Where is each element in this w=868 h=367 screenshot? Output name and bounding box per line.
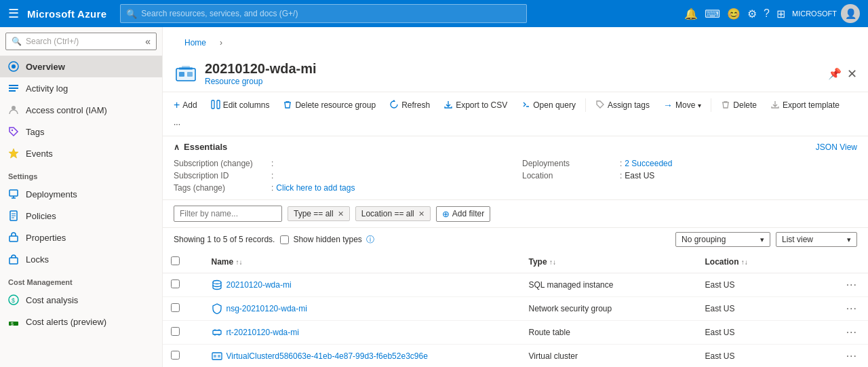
type-filter-clear[interactable]: ✕	[338, 210, 344, 218]
tags-link[interactable]: Click here to add tags	[276, 183, 355, 193]
close-icon[interactable]: ✕	[847, 66, 857, 81]
view-select[interactable]: List view ▾	[776, 232, 857, 247]
sidebar-item-label: Deployments	[26, 189, 77, 199]
overview-icon	[8, 61, 19, 72]
feedback-icon[interactable]: 😊	[727, 7, 741, 20]
move-button[interactable]: → Move ▾	[658, 97, 707, 113]
sidebar-item-events[interactable]: Events	[0, 142, 162, 164]
deployments-link[interactable]: 2 Succeeded	[625, 159, 672, 168]
svg-rect-30	[218, 355, 220, 358]
row-location-cell: East US	[697, 297, 803, 321]
row-more-button[interactable]: ···	[844, 303, 860, 315]
location-sort-icon: ↑↓	[741, 258, 748, 266]
search-input[interactable]	[141, 9, 521, 18]
sidebar-item-locks[interactable]: Locks	[0, 248, 162, 270]
sidebar-item-tags[interactable]: Tags	[0, 121, 162, 142]
row-more-button[interactable]: ···	[844, 350, 860, 362]
type-filter-chip[interactable]: Type == all ✕	[288, 206, 350, 221]
show-hidden-checkbox[interactable]	[280, 235, 289, 244]
svg-point-6	[12, 130, 13, 131]
activity-log-icon	[8, 83, 19, 94]
col-header-type[interactable]: Type ↑↓	[521, 251, 697, 273]
resource-group-icon	[174, 62, 198, 86]
resource-link[interactable]: VirtualClusterd586063e-41eb-4e87-99d3-f6…	[212, 351, 513, 362]
table-row: 20210120-wda-mi SQL managed instance Eas…	[163, 273, 868, 297]
user-menu[interactable]: MICROSOFT 👤	[792, 4, 860, 23]
sidebar-item-deployments[interactable]: Deployments	[0, 183, 162, 205]
policies-icon	[8, 210, 19, 221]
topnav: ☰ Microsoft Azure 🔍 🔔 ⌨ 😊 ⚙ ? ⊞ MICROSOF…	[0, 0, 868, 27]
row-checkbox[interactable]	[171, 327, 180, 336]
add-filter-button[interactable]: ⊕ Add filter	[436, 206, 490, 222]
settings-icon[interactable]: ⚙	[747, 7, 757, 20]
breadcrumb-home[interactable]: Home	[174, 33, 217, 53]
sidebar-search-input[interactable]	[26, 37, 141, 46]
sidebar-item-label: Policies	[26, 211, 56, 221]
global-search[interactable]: 🔍	[120, 4, 527, 23]
export-template-icon	[770, 100, 780, 111]
select-all-checkbox[interactable]	[171, 256, 180, 265]
json-view-link[interactable]: JSON View	[816, 142, 857, 152]
resource-link[interactable]: rt-20210120-wda-mi	[212, 327, 513, 338]
col-header-check	[163, 251, 203, 273]
show-hidden-label[interactable]: Show hidden types ⓘ	[280, 234, 374, 246]
svg-rect-27	[213, 330, 221, 334]
tenant-label: MICROSOFT	[792, 9, 837, 18]
notifications-icon[interactable]: 🔔	[684, 7, 698, 20]
subscription-row: Subscription (change) :	[174, 157, 509, 170]
col-header-location[interactable]: Location ↑↓	[697, 251, 803, 273]
grouping-chevron: ▾	[760, 235, 764, 244]
svg-rect-29	[214, 355, 216, 358]
sidebar-collapse-icon[interactable]: «	[145, 36, 151, 47]
row-check-cell	[163, 345, 203, 368]
location-filter-chip[interactable]: Location == all ✕	[355, 206, 431, 221]
svg-rect-22	[179, 72, 184, 77]
location-filter-clear[interactable]: ✕	[418, 210, 425, 218]
col-header-name[interactable]: Name ↑↓	[203, 251, 521, 273]
sidebar-item-cost-analysis[interactable]: $ Cost analysis	[0, 289, 162, 311]
row-checkbox[interactable]	[171, 279, 180, 288]
view-chevron: ▾	[847, 235, 851, 244]
assign-tags-button[interactable]: Assign tags	[590, 97, 655, 114]
essentials-section: ∧ Essentials JSON View Subscription (cha…	[163, 136, 868, 200]
filter-name-input[interactable]	[174, 206, 282, 222]
resource-type-icon	[212, 279, 222, 290]
table-row: nsg-20210120-wda-mi Network security gro…	[163, 297, 868, 321]
open-query-button[interactable]: Open query	[515, 97, 581, 114]
grouping-select[interactable]: No grouping ▾	[675, 232, 770, 247]
add-button[interactable]: + Add	[168, 96, 203, 114]
sidebar-item-policies[interactable]: Policies	[0, 205, 162, 227]
resource-link[interactable]: nsg-20210120-wda-mi	[212, 303, 513, 314]
sidebar-item-activity-log[interactable]: Activity log	[0, 77, 162, 99]
sidebar-item-cost-alerts[interactable]: $ Cost alerts (preview)	[0, 311, 162, 332]
cloud-shell-icon[interactable]: ⌨	[705, 7, 720, 20]
export-csv-button[interactable]: Export to CSV	[438, 97, 513, 114]
sidebar-item-iam[interactable]: Access control (IAM)	[0, 99, 162, 121]
edit-columns-button[interactable]: Edit columns	[205, 97, 275, 114]
essentials-title: ∧ Essentials	[174, 142, 227, 152]
help-icon[interactable]: ?	[764, 7, 770, 20]
delete-group-button[interactable]: Delete resource group	[277, 97, 381, 114]
delete-button[interactable]: Delete	[715, 97, 762, 114]
portal-menu-icon[interactable]: ⊞	[776, 7, 785, 20]
pin-icon[interactable]: 📌	[828, 67, 842, 80]
more-actions-button[interactable]: ···	[168, 117, 186, 132]
app-logo: Microsoft Azure	[27, 8, 106, 20]
refresh-button[interactable]: Refresh	[384, 97, 435, 114]
essentials-col-left: Subscription (change) : Subscription ID …	[174, 157, 509, 194]
svg-point-26	[213, 281, 221, 284]
row-checkbox[interactable]	[171, 303, 180, 312]
row-more-button[interactable]: ···	[844, 326, 860, 339]
edit-columns-icon	[211, 100, 220, 111]
export-template-button[interactable]: Export template	[765, 97, 845, 114]
records-left: Showing 1 to 5 of 5 records. Show hidden…	[174, 234, 374, 246]
row-checkbox[interactable]	[171, 351, 180, 360]
sidebar-item-properties[interactable]: Properties	[0, 227, 162, 248]
resource-link[interactable]: 20210120-wda-mi	[212, 279, 513, 290]
sidebar-search-container[interactable]: 🔍 «	[5, 33, 157, 50]
main-content: Home › 20210120-wda-mi Resource group 📌	[163, 27, 868, 367]
row-more-button[interactable]: ···	[844, 279, 860, 291]
location-row: Location : East US	[522, 170, 857, 182]
hamburger-icon[interactable]: ☰	[8, 6, 19, 21]
sidebar-item-overview[interactable]: Overview	[0, 56, 162, 77]
